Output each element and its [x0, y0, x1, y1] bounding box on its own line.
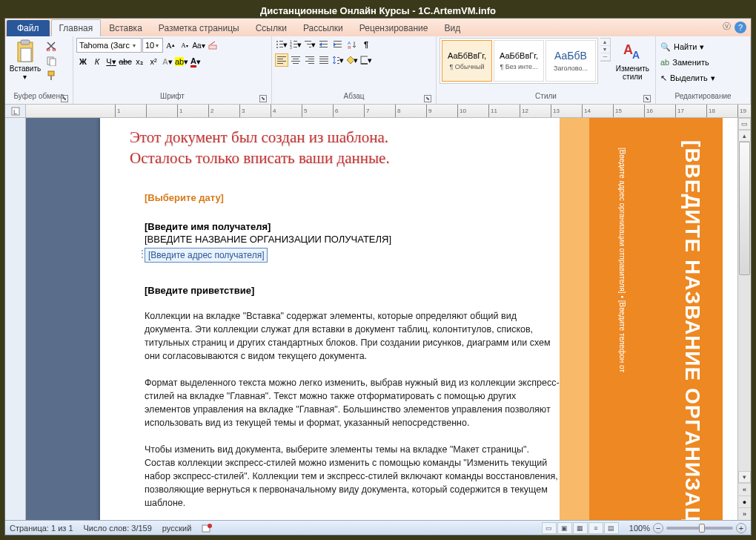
style-normal[interactable]: АаБбВвГг,¶ Обычный [442, 40, 492, 82]
borders-button[interactable]: ▾ [359, 53, 373, 67]
format-painter-button[interactable] [44, 69, 58, 82]
tab-insert[interactable]: Вставка [101, 19, 150, 36]
recipient-name-placeholder[interactable]: [Введите имя получателя] [145, 221, 693, 232]
full-screen-view-icon[interactable]: ▣ [557, 522, 572, 534]
font-color-button[interactable]: A▾ [189, 55, 202, 68]
numbering-button[interactable]: 123▾ [289, 38, 302, 51]
help-icon[interactable]: ? [735, 22, 746, 33]
minimize-ribbon-icon[interactable]: ⓥ [721, 22, 732, 32]
print-layout-view-icon[interactable]: ▭ [542, 522, 557, 534]
style-no-spacing[interactable]: АаБбВвГг,¶ Без инте... [494, 40, 544, 82]
align-right-button[interactable] [303, 53, 316, 67]
shrink-font-button[interactable]: A▾ [178, 39, 191, 52]
styles-gallery-scroll[interactable]: ▴▾─ [600, 38, 611, 62]
justify-button[interactable] [317, 53, 331, 67]
sort-button[interactable]: AЯ [345, 38, 359, 51]
select-button[interactable]: ↖Выделить ▾ [659, 70, 717, 85]
scroll-thumb[interactable] [739, 142, 750, 275]
recipient-address-field[interactable]: [Введите адрес получателя] [145, 248, 268, 263]
paragraph-launcher-icon[interactable]: ⬊ [424, 95, 431, 102]
text-effects-button[interactable]: A▾ [161, 55, 174, 68]
next-page-icon[interactable]: » [738, 507, 751, 520]
copy-button[interactable] [44, 54, 58, 68]
line-spacing-button[interactable]: ▾ [331, 53, 345, 67]
bold-button[interactable]: Ж [76, 55, 90, 68]
binoculars-icon: 🔍 [660, 42, 671, 52]
tab-file[interactable]: Файл [7, 20, 50, 36]
clipboard-group-label: Буфер обмена [14, 92, 64, 100]
highlight-button[interactable]: ab▾ [175, 55, 188, 68]
date-placeholder[interactable]: [Выберите дату] [145, 192, 693, 203]
editing-group-label: Редактирование [659, 92, 747, 104]
tab-references[interactable]: Ссылки [248, 19, 295, 36]
find-button[interactable]: 🔍Найти ▾ [659, 39, 717, 54]
styles-launcher-icon[interactable]: ⬊ [643, 95, 651, 102]
tab-review[interactable]: Рецензирование [351, 19, 437, 36]
shading-button[interactable]: ▾ [345, 53, 359, 67]
tab-view[interactable]: Вид [436, 19, 468, 36]
font-size-combo[interactable]: 10▾ [142, 38, 163, 53]
zoom-level[interactable]: 100% [629, 524, 650, 533]
page-status[interactable]: Страница: 1 из 1 [10, 524, 73, 533]
align-center-button[interactable] [289, 53, 302, 67]
word-count[interactable]: Число слов: 3/159 [84, 524, 152, 533]
styles-gallery[interactable]: АаБбВвГг,¶ Обычный АаБбВвГг,¶ Без инте..… [440, 38, 598, 84]
bullets-button[interactable]: ▾ [275, 38, 288, 51]
draft-view-icon[interactable]: ▤ [604, 522, 619, 534]
tab-layout[interactable]: Разметка страницы [150, 19, 248, 36]
font-launcher-icon[interactable]: ⬊ [259, 95, 267, 102]
show-marks-button[interactable]: ¶ [359, 38, 373, 51]
replace-button[interactable]: abЗаменить [659, 55, 717, 70]
grow-font-button[interactable]: A▴ [164, 39, 177, 52]
change-styles-button[interactable]: AA Изменить стили [613, 38, 652, 81]
body-paragraph[interactable]: Формат выделенного текста можно легко из… [145, 376, 560, 429]
svg-rect-34 [277, 59, 283, 59]
increase-indent-button[interactable] [331, 38, 345, 51]
sidebar-address-placeholder[interactable]: [Введите адрес организации отправителя] … [618, 148, 626, 520]
clipboard-launcher-icon[interactable]: ⬊ [61, 95, 68, 102]
body-paragraph[interactable]: Коллекции на вкладке "Вставка" содержат … [145, 309, 560, 363]
gallery-more-icon[interactable]: ─ [600, 53, 610, 61]
scroll-down-icon[interactable]: ▾ [738, 471, 751, 483]
style-heading1[interactable]: АаБбВЗаголово... [546, 40, 596, 82]
greeting-placeholder[interactable]: [Введите приветствие] [145, 285, 693, 296]
subscript-button[interactable]: x₂ [133, 55, 146, 68]
clear-formatting-button[interactable] [206, 39, 219, 52]
ruler-toggle-icon[interactable]: ▭ [738, 118, 751, 130]
decrease-indent-button[interactable] [317, 38, 331, 51]
zoom-in-button[interactable]: + [736, 523, 746, 533]
strikethrough-button[interactable]: abc [119, 55, 132, 68]
svg-rect-35 [277, 61, 286, 62]
svg-rect-41 [305, 56, 314, 57]
prev-page-icon[interactable]: « [738, 483, 751, 495]
font-name-combo[interactable]: Tahoma (Загс▾ [76, 38, 142, 53]
align-left-button[interactable] [275, 53, 288, 67]
language-status[interactable]: русский [162, 524, 191, 533]
change-case-button[interactable]: Aa▾ [192, 39, 205, 52]
sidebar-org-placeholder[interactable]: [ВВЕДИТЕ НАЗВАНИЕ ОРГАНИЗАЦ [680, 140, 704, 520]
underline-button[interactable]: Ч▾ [105, 55, 118, 68]
tab-mailings[interactable]: Рассылки [295, 19, 351, 36]
multilevel-list-button[interactable]: ▾ [303, 38, 316, 51]
italic-button[interactable]: К [90, 55, 104, 68]
document-area[interactable]: Этот документ был создан из шаблона. Ост… [26, 118, 737, 520]
gallery-up-icon[interactable]: ▴ [600, 39, 610, 46]
superscript-button[interactable]: x² [147, 55, 160, 68]
scroll-up-icon[interactable]: ▴ [738, 130, 751, 142]
zoom-out-button[interactable]: − [653, 523, 663, 533]
vertical-scrollbar[interactable]: ▭ ▴ ▾ « ● » [737, 118, 751, 520]
vertical-ruler[interactable] [5, 118, 26, 520]
outline-view-icon[interactable]: ≡ [588, 522, 603, 534]
paste-button[interactable]: Вставить▾ [8, 38, 42, 81]
horizontal-ruler[interactable]: L 112345678910111213141516171819 [5, 105, 751, 118]
macro-record-icon[interactable] [202, 523, 212, 533]
body-paragraph[interactable]: Чтобы изменить вид документа, выберите э… [145, 443, 560, 510]
cut-button[interactable] [44, 39, 58, 53]
web-layout-view-icon[interactable]: ▦ [573, 522, 588, 534]
gallery-down-icon[interactable]: ▾ [600, 46, 610, 53]
ruler-corner[interactable]: L [5, 105, 26, 117]
tab-home[interactable]: Главная [51, 19, 102, 36]
recipient-org-placeholder[interactable]: [ВВЕДИТЕ НАЗВАНИЕ ОРГАНИЗАЦИИ ПОЛУЧАТЕЛЯ… [145, 234, 693, 245]
browse-object-icon[interactable]: ● [738, 495, 751, 508]
zoom-slider[interactable] [666, 527, 733, 530]
